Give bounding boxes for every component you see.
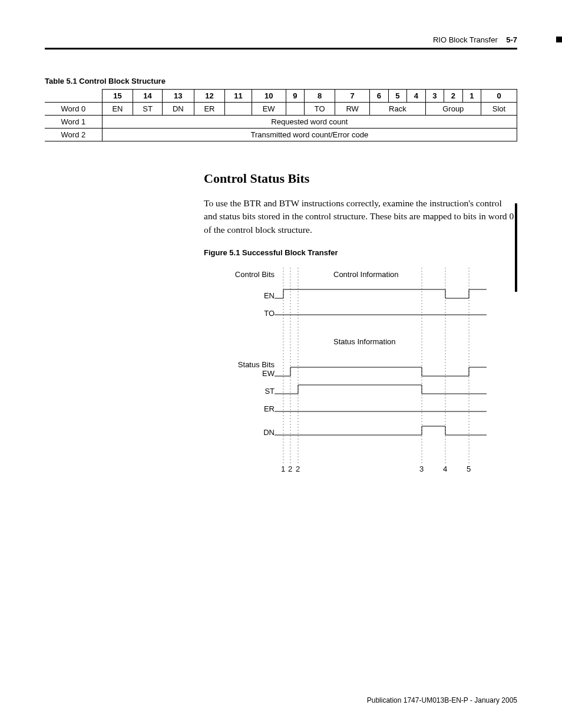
label-en: EN bbox=[233, 291, 275, 300]
table-cell: Group bbox=[425, 103, 481, 116]
table-cell: Transmitted word count/Error code bbox=[102, 129, 517, 141]
header-section: RIO Block Transfer bbox=[433, 35, 498, 44]
table-bit-header: 1 bbox=[462, 90, 481, 103]
table-bit-header: 15 bbox=[102, 90, 133, 103]
label-to: TO bbox=[233, 309, 275, 318]
table-bit-header: 14 bbox=[133, 90, 163, 103]
label-status-bits: Status Bits bbox=[233, 360, 275, 369]
table-bit-header: 11 bbox=[225, 90, 252, 103]
footer-publication: Publication 1747-UM013B-EN-P - January 2… bbox=[367, 696, 517, 704]
table-cell: Rack bbox=[370, 103, 425, 116]
table-row-label: Word 0 bbox=[45, 103, 102, 116]
table-corner bbox=[45, 90, 102, 103]
table-bit-header: 5 bbox=[388, 90, 406, 103]
table-cell: EW bbox=[252, 103, 286, 116]
table-caption: Table 5.1 Control Block Structure bbox=[45, 77, 517, 85]
table-bit-header: 12 bbox=[194, 90, 224, 103]
marker-4: 4 bbox=[443, 465, 447, 473]
table-bit-header: 9 bbox=[286, 90, 304, 103]
control-block-table: 1514131211109876543210Word 0ENSTDNEREWTO… bbox=[45, 89, 517, 141]
table-cell: EN bbox=[102, 103, 133, 116]
label-status-info: Status Information bbox=[333, 337, 396, 346]
table-cell: Slot bbox=[481, 103, 517, 116]
label-er: ER bbox=[233, 404, 275, 413]
table-row-label: Word 2 bbox=[45, 129, 102, 141]
table-cell: DN bbox=[162, 103, 194, 116]
table-cell: ER bbox=[194, 103, 224, 116]
table-cell: RW bbox=[335, 103, 370, 116]
marker-1: 1 bbox=[281, 465, 285, 473]
table-bit-header: 10 bbox=[252, 90, 286, 103]
table-bit-header: 3 bbox=[425, 90, 444, 103]
label-dn: DN bbox=[233, 428, 275, 437]
label-ew: EW bbox=[233, 369, 275, 378]
table-cell: TO bbox=[305, 103, 335, 116]
table-row-label: Word 1 bbox=[45, 116, 102, 129]
table-bit-header: 0 bbox=[481, 90, 517, 103]
table-cell bbox=[286, 103, 304, 116]
header-page: 5-7 bbox=[506, 35, 517, 44]
change-bar-marker bbox=[556, 37, 562, 42]
table-bit-header: 7 bbox=[335, 90, 370, 103]
table-cell: ST bbox=[133, 103, 163, 116]
timing-diagram: Control Bits Control Information EN TO S… bbox=[233, 263, 487, 475]
marker-5: 5 bbox=[467, 465, 471, 473]
table-bit-header: 8 bbox=[305, 90, 335, 103]
label-control-info: Control Information bbox=[333, 270, 399, 279]
table-bit-header: 6 bbox=[370, 90, 388, 103]
marker-2a: 2 bbox=[288, 465, 292, 473]
table-bit-header: 2 bbox=[444, 90, 462, 103]
header-rule bbox=[45, 48, 517, 50]
marker-2b: 2 bbox=[296, 465, 300, 473]
label-control-bits: Control Bits bbox=[233, 270, 275, 279]
table-cell bbox=[225, 103, 252, 116]
change-bar bbox=[515, 203, 517, 292]
section-body: To use the BTR and BTW instructions corr… bbox=[204, 197, 517, 236]
table-bit-header: 4 bbox=[407, 90, 425, 103]
figure-caption: Figure 5.1 Successful Block Transfer bbox=[204, 248, 517, 257]
marker-3: 3 bbox=[419, 465, 424, 473]
label-st: ST bbox=[233, 387, 275, 396]
table-cell: Requested word count bbox=[102, 116, 517, 129]
section-heading: Control Status Bits bbox=[204, 171, 517, 186]
table-bit-header: 13 bbox=[162, 90, 194, 103]
